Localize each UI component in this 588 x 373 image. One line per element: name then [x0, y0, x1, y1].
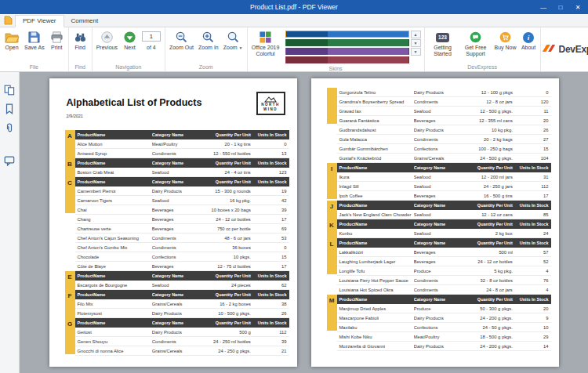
table-header-row: ProductNameCategory NameQuantity Per Uni… — [337, 219, 551, 229]
table-row: ChocoladeConfections10 pkgs.15 — [75, 252, 289, 262]
letter-group-L: LProductNameCategory NameQuantity Per Un… — [327, 238, 551, 295]
table-row: Camembert PierrotDairy Products15 - 300 … — [75, 186, 289, 196]
pdf-page-1[interactable]: Alphabetical List of Products 2/9/2021 N… — [49, 78, 297, 367]
window-controls: — □ ✕ — [535, 0, 586, 14]
column-header: ProductName — [337, 203, 414, 208]
cell: 0 — [255, 142, 289, 147]
letter-group-I: IProductNameCategory NameQuantity Per Un… — [327, 163, 551, 201]
get-free-support-button[interactable]: Get Free Support — [459, 28, 492, 58]
tab-pdf-viewer[interactable]: PDF Viewer — [15, 15, 64, 27]
minimize-button[interactable]: — — [535, 0, 552, 14]
table-row: Laughing Lumberjack LagerBeverages24 - 1… — [337, 257, 551, 266]
open-folder-icon — [4, 30, 20, 45]
cell: Konbu — [337, 231, 414, 236]
pdf-page-2[interactable]: Gorgonzola TelinoDairy Products12 - 100 … — [311, 78, 559, 367]
about-button[interactable]: i About — [519, 28, 539, 51]
cell: 21 — [255, 349, 289, 353]
table-row: Ipoh CoffeeBeverages16 - 500 g tins17 — [337, 191, 551, 201]
table-row: GudbrandsdalsostDairy Products10 kg pkg.… — [337, 125, 551, 135]
cell: 27 — [517, 137, 551, 142]
cell: Beverages — [414, 118, 461, 123]
open-button[interactable]: Open — [2, 28, 22, 51]
tab-comment[interactable]: Comment — [64, 16, 106, 27]
save-icon — [27, 30, 41, 45]
gallery-scroll-down-button[interactable]: ▼ — [411, 39, 421, 47]
cell: 29 — [517, 335, 551, 339]
cell: Ikura — [337, 175, 414, 179]
cell: 24 - 4 oz tins — [199, 170, 255, 175]
zoom-out-button[interactable]: Zoom Out — [167, 28, 196, 51]
column-header: ProductName — [337, 165, 414, 170]
page-number-input[interactable]: 1 — [142, 31, 161, 42]
table-header-row: ProductNameCategory NameQuantity Per Uni… — [337, 238, 551, 248]
cell: 69 — [255, 226, 289, 231]
column-header: Quantity Per Unit — [461, 222, 517, 226]
cell: 18 - 500 g pkgs. — [461, 335, 517, 339]
thumbnails-panel-button[interactable] — [4, 85, 15, 96]
letter-group-C: CProductNameCategory NameQuantity Per Un… — [65, 177, 289, 271]
attachments-panel-button[interactable] — [4, 122, 15, 133]
cell: 17 — [517, 194, 551, 198]
getting-started-button[interactable]: 123 Getting Started — [426, 28, 459, 58]
previous-button[interactable]: Previous — [94, 28, 120, 51]
cell: 39 — [255, 339, 289, 344]
group-letter-cell: M — [327, 295, 337, 331]
bookmarks-panel-button[interactable] — [4, 103, 15, 114]
print-button[interactable]: Print — [47, 28, 67, 51]
cell: Seafood — [152, 198, 199, 203]
buy-now-button[interactable]: Buy Now — [492, 28, 519, 51]
letter-group-M: MProductNameCategory NameQuantity Per Un… — [327, 295, 551, 351]
cell: Dairy Products — [414, 344, 461, 349]
gallery-dropdown-button[interactable]: ▼ — [411, 48, 421, 56]
cell: Guaraná Fantástica — [337, 118, 414, 123]
skin-swatch-3[interactable] — [285, 56, 409, 63]
cell: Seafood — [152, 283, 199, 288]
letter-group-B: BProductNameCategory NameQuantity Per Un… — [65, 158, 289, 177]
zoom-in-button[interactable]: Zoom In — [196, 28, 221, 51]
maximize-button[interactable]: □ — [552, 0, 569, 14]
cell: Carnarvon Tigers — [75, 198, 152, 203]
ribbon-group-find: Find Find — [69, 27, 93, 71]
ribbon-group-file: Open Save As Print File — [0, 27, 69, 71]
letter-group-J: JProductNameCategory NameQuantity Per Un… — [327, 201, 551, 219]
cell: 24 - 500 g pkgs. — [461, 156, 517, 161]
table-row: Louisiana Fiery Hot Pepper SauceCondimen… — [337, 276, 551, 285]
zoom-dropdown-button[interactable]: Zoom ▼ — [221, 28, 245, 51]
close-button[interactable]: ✕ — [569, 0, 586, 14]
cell: Beverages — [414, 194, 461, 198]
report-date: 2/9/2021 — [67, 114, 83, 118]
table-row: ChangBeverages24 - 12 oz bottles17 — [75, 215, 289, 224]
cell: 20 - 2 kg bags — [461, 137, 517, 142]
cell: Jack's New England Clam Chowder — [337, 212, 414, 217]
active-skin-button[interactable]: Office 2019 Colorful — [249, 28, 282, 58]
next-button[interactable]: Next — [120, 28, 140, 51]
cell: 16 - 500 g tins — [461, 194, 517, 198]
table-row: ChaiBeverages10 boxes x 20 bags39 — [75, 205, 289, 215]
column-header: Quantity Per Unit — [461, 297, 517, 302]
titlebar[interactable]: Product List.pdf - PDF Viewer — □ ✕ — [0, 0, 588, 14]
cell: Condiments — [414, 100, 461, 104]
cell: 62 — [255, 283, 289, 288]
skin-swatch-2[interactable] — [285, 48, 409, 55]
table-row: FlotemysostDairy Products10 - 500 g pkgs… — [75, 309, 289, 318]
cell: 52 — [517, 259, 551, 264]
cell: 10 - 500 g pkgs. — [199, 311, 255, 316]
cell: Chef Anton's Cajun Seasoning — [75, 236, 152, 241]
letter-group-F: FProductNameCategory NameQuantity Per Un… — [65, 290, 289, 318]
cell: Dairy Products — [152, 330, 199, 335]
skin-swatch-0[interactable] — [285, 31, 409, 38]
comments-panel-button[interactable] — [4, 155, 15, 166]
cell: Seafood — [152, 170, 199, 175]
cell: Aniseed Syrup — [75, 151, 152, 156]
cell: Mozzarella di Giovanni — [337, 344, 414, 349]
table-row: Chartreuse verteBeverages750 cc per bott… — [75, 224, 289, 234]
document-canvas[interactable]: Alphabetical List of Products 2/9/2021 N… — [20, 72, 588, 373]
save-as-button[interactable]: Save As — [22, 28, 47, 51]
cell: 42 — [255, 198, 289, 203]
gallery-scroll-up-button[interactable]: ▲ — [411, 31, 421, 38]
cell: Seafood — [414, 231, 461, 236]
column-header: Units In Stock — [255, 273, 289, 278]
skin-swatch-1[interactable] — [285, 39, 409, 46]
cell: Dairy Products — [152, 189, 199, 194]
find-button[interactable]: Find — [71, 28, 90, 51]
